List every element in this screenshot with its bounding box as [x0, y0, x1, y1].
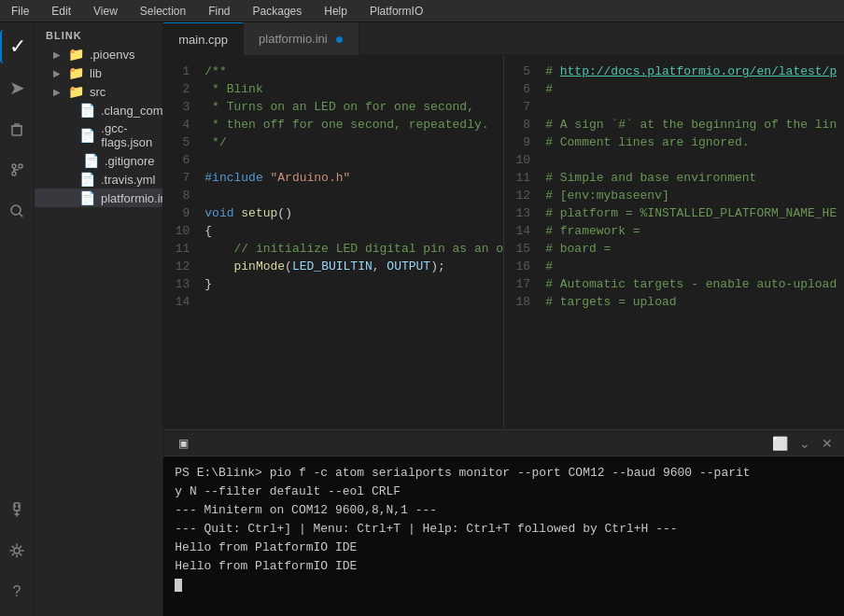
folder-icon: 📁	[68, 65, 84, 80]
check-activity-icon[interactable]: ✓	[0, 30, 34, 63]
expand-arrow-icon: ▶	[53, 87, 64, 97]
sidebar-item-gcc[interactable]: ▶ 📄 .gcc-flags.json	[35, 119, 162, 151]
sidebar-item-gitignore[interactable]: ▶ 📄 .gitignore	[35, 151, 162, 170]
code-line: // initialize LED digital pin as an ou	[201, 240, 503, 258]
tab-label: main.cpp	[178, 33, 228, 47]
sidebar: Blink ▶ 📁 .pioenvs ▶ 📁 lib ▶ 📁 src ▶ 📄 .…	[35, 22, 163, 616]
branch-activity-icon[interactable]	[0, 153, 34, 187]
platformio-ini-code-area: 56789 1011121314 15161718 # http://docs.…	[504, 55, 844, 429]
menu-packages[interactable]: Packages	[249, 3, 306, 20]
code-line: */	[201, 133, 503, 151]
gear-activity-icon[interactable]	[0, 534, 34, 567]
terminal-line: --- Miniterm on COM12 9600,8,N,1 ---	[175, 501, 833, 520]
arrow-activity-icon[interactable]: ➤	[0, 71, 34, 105]
terminal-tab-icon[interactable]: ▣	[171, 435, 196, 452]
sidebar-item-label: .gitignore	[105, 154, 154, 168]
code-line: void setup()	[201, 204, 503, 222]
terminal-controls: ⬜ ⌄ ✕	[768, 434, 837, 453]
main-layout: ✓ ➤ ? Blink ▶ 📁 .pioenvs	[0, 22, 844, 616]
menu-file[interactable]: File	[7, 3, 33, 20]
terminal-chevron-btn[interactable]: ⌄	[795, 434, 814, 453]
sidebar-title: Blink	[35, 22, 162, 45]
folder-icon: 📁	[68, 84, 84, 99]
terminal-line: y N --filter default --eol CRLF	[175, 483, 833, 501]
code-lines-right: # http://docs.platformio.org/en/latest/p…	[542, 63, 844, 422]
menu-bar: File Edit View Selection Find Packages H…	[0, 0, 844, 22]
sidebar-item-label: lib	[90, 66, 102, 80]
sidebar-item-travis[interactable]: ▶ 📄 .travis.yml	[35, 170, 162, 189]
code-line: /**	[201, 63, 503, 80]
expand-arrow-icon: ▶	[53, 68, 64, 78]
menu-edit[interactable]: Edit	[48, 3, 75, 20]
sidebar-item-platformio-ini[interactable]: ▶ 📄 platformio.ini	[35, 189, 162, 207]
terminal-line: --- Quit: Ctrl+] | Menu: Ctrl+T | Help: …	[175, 520, 833, 539]
tab-label: platformio.ini	[259, 32, 328, 46]
menu-help[interactable]: Help	[320, 3, 351, 20]
code-line: # platform = %INSTALLED_PLATFORM_NAME_HE	[542, 204, 844, 222]
code-line: # targets = upload	[542, 293, 844, 311]
sidebar-item-label: .gcc-flags.json	[101, 121, 155, 149]
file-icon: 📄	[79, 172, 95, 187]
svg-point-1	[12, 164, 16, 168]
sidebar-item-label: platformio.ini	[101, 191, 163, 205]
menu-find[interactable]: Find	[204, 3, 233, 20]
platformio-ini-editor[interactable]: 56789 1011121314 15161718 # http://docs.…	[504, 55, 844, 429]
search-activity-icon[interactable]	[0, 194, 34, 228]
code-line	[201, 293, 503, 311]
file-icon: 📄	[79, 190, 95, 205]
menu-selection[interactable]: Selection	[136, 3, 190, 20]
code-line	[542, 98, 844, 116]
code-lines: /** * Blink * Turns on an LED on for one…	[201, 63, 503, 422]
line-numbers-right: 56789 1011121314 15161718	[504, 63, 542, 422]
code-line: {	[201, 222, 503, 240]
code-line: * Turns on an LED on for one second,	[201, 98, 503, 116]
tab-main-cpp[interactable]: main.cpp	[163, 22, 244, 55]
svg-point-3	[19, 164, 22, 168]
terminal-header: ▣ ⬜ ⌄ ✕	[163, 430, 844, 456]
code-line: pinMode(LED_BUILTIN, OUTPUT);	[201, 258, 503, 275]
folder-icon: 📁	[68, 47, 84, 62]
terminal-panel: ▣ ⬜ ⌄ ✕ PS E:\Blink> pio f -c atom seria…	[163, 429, 844, 616]
code-line: # Automatic targets - enable auto-upload	[542, 275, 844, 293]
menu-view[interactable]: View	[90, 3, 121, 20]
terminal-close-btn[interactable]: ✕	[818, 434, 837, 453]
trash-activity-icon[interactable]	[0, 112, 34, 146]
code-line: #	[542, 80, 844, 98]
terminal-line: PS E:\Blink> pio f -c atom serialports m…	[175, 464, 833, 483]
code-line: # board =	[542, 240, 844, 258]
code-line: * then off for one second, repeatedly.	[201, 116, 503, 133]
file-icon: 📄	[79, 103, 95, 118]
main-cpp-code-area: 12345 678910 11121314 /** * Blink * Turn…	[163, 55, 503, 429]
sidebar-item-lib[interactable]: ▶ 📁 lib	[35, 63, 162, 82]
terminal-content[interactable]: PS E:\Blink> pio f -c atom serialports m…	[163, 456, 844, 616]
sidebar-item-label: .pioenvs	[90, 48, 134, 62]
terminal-cursor	[175, 579, 182, 592]
menu-platformio[interactable]: PlatformIO	[366, 3, 427, 20]
line-numbers: 12345 678910 11121314	[163, 63, 201, 422]
editor-area: main.cpp platformio.ini ● 12345 678910 1…	[163, 22, 844, 616]
sidebar-item-label: src	[90, 85, 106, 99]
sidebar-item-label: .clang_complete	[101, 104, 163, 118]
expand-arrow-icon: ▶	[53, 49, 64, 60]
sidebar-item-src[interactable]: ▶ 📁 src	[35, 82, 162, 101]
sidebar-item-clang[interactable]: ▶ 📄 .clang_complete	[35, 101, 162, 119]
code-line: # framework =	[542, 222, 844, 240]
terminal-line: Hello from PlatformIO IDE	[175, 557, 833, 576]
code-line: #	[542, 258, 844, 275]
sidebar-item-pioenvs[interactable]: ▶ 📁 .pioenvs	[35, 45, 162, 63]
tab-bar: main.cpp platformio.ini ●	[163, 22, 844, 55]
terminal-maximize-btn[interactable]: ⬜	[768, 434, 792, 453]
main-cpp-editor[interactable]: 12345 678910 11121314 /** * Blink * Turn…	[163, 55, 504, 429]
file-icon: 📄	[79, 128, 95, 143]
plug-activity-icon[interactable]	[0, 493, 34, 526]
question-activity-icon[interactable]: ?	[0, 575, 34, 609]
tab-platformio-ini[interactable]: platformio.ini ●	[244, 22, 359, 55]
code-line: # http://docs.platformio.org/en/latest/p	[542, 63, 844, 80]
svg-point-8	[14, 548, 20, 553]
tab-modified-dot: ●	[335, 31, 345, 48]
code-line	[542, 151, 844, 169]
file-icon: 📄	[83, 153, 99, 168]
svg-rect-0	[12, 126, 21, 135]
activity-bar: ✓ ➤ ?	[0, 22, 35, 616]
terminal-line: Hello from PlatformIO IDE	[175, 539, 833, 557]
